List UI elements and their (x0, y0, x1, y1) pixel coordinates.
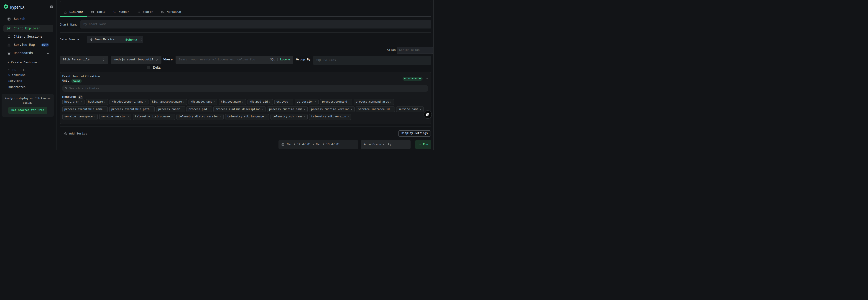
svg-text:1: 1 (114, 11, 114, 12)
svg-text:2: 2 (114, 12, 115, 13)
svg-text:3: 3 (115, 11, 116, 13)
